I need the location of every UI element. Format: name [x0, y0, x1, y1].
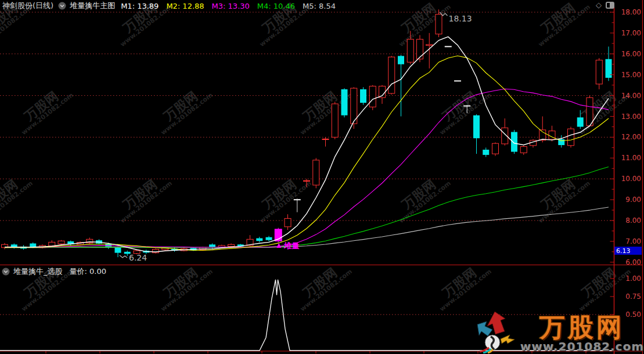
ma-line-m1: [5, 37, 609, 252]
candle: [492, 142, 499, 156]
ma-line-m2: [5, 56, 609, 250]
ma-lines: [5, 37, 609, 252]
svg-text:16.00: 16.00: [621, 50, 641, 58]
axis-labels: 18.0017.0016.0015.0014.0013.0012.0011.00…: [621, 8, 641, 319]
candle: [511, 130, 517, 154]
candle: [341, 88, 348, 117]
ma-line-m3: [5, 89, 609, 247]
svg-text:1.00: 1.00: [625, 274, 641, 283]
ma-value: M3: 13.30: [212, 2, 250, 10]
ma-values: M1: 13.89M2: 12.88M3: 13.30M4: 10.46M5: …: [121, 2, 336, 10]
candle: [398, 55, 404, 117]
candle: [256, 237, 262, 242]
svg-text:9.00: 9.00: [625, 196, 641, 204]
ma-value: M5: 8.54: [303, 2, 336, 10]
logo-arrows-icon: [472, 312, 519, 353]
logo-title: 万股网: [520, 315, 644, 339]
main-chart-canvas[interactable]: 18.0017.0016.0015.0014.0013.0012.0011.00…: [0, 0, 644, 354]
svg-text:14.00: 14.00: [621, 92, 641, 100]
svg-text:12.00: 12.00: [621, 133, 641, 141]
candle: [463, 105, 470, 113]
ma-value: M1: 13.89: [121, 2, 159, 10]
diamond-icon[interactable]: ◇: [596, 1, 602, 9]
topbar-icons: ◇: [596, 1, 614, 9]
axis-frame: [0, 0, 643, 354]
collapse-chevron-icon[interactable]: [2, 268, 10, 276]
svg-text:7.00: 7.00: [625, 237, 641, 245]
candle: [417, 35, 423, 62]
candle: [549, 126, 555, 142]
candle: [577, 110, 584, 129]
svg-text:18.13: 18.13: [449, 14, 472, 23]
svg-text:6.00: 6.00: [625, 258, 641, 266]
svg-text:11.00: 11.00: [621, 154, 641, 162]
svg-text:10.00: 10.00: [621, 175, 641, 183]
candle: [322, 137, 329, 146]
candle: [303, 179, 310, 187]
indicator-title[interactable]: 堆量擒牛主图: [70, 1, 115, 11]
candle: [351, 87, 357, 129]
stock-title: 神剑股份(日线): [2, 1, 53, 11]
candle: [266, 236, 272, 241]
candle: [379, 85, 386, 104]
candle: [360, 87, 366, 105]
ma-value: M2: 12.88: [166, 2, 204, 10]
candle: [520, 146, 527, 155]
candle: [313, 158, 319, 188]
candle: [483, 147, 489, 157]
price-tag: 6.13: [614, 247, 642, 255]
candle: [209, 243, 215, 248]
candles-layer: [2, 9, 612, 257]
logo-url: www.201082.com: [520, 339, 644, 353]
candle: [568, 127, 574, 147]
candle: [539, 117, 546, 143]
candle: [87, 237, 93, 244]
svg-text:6.24: 6.24: [129, 253, 147, 262]
candle: [369, 85, 376, 110]
candle: [67, 240, 74, 245]
candle: [2, 243, 8, 250]
candle: [332, 102, 338, 139]
panel-toggle-icon[interactable]: [606, 2, 614, 9]
candle: [606, 46, 612, 81]
svg-text:17.00: 17.00: [621, 29, 641, 37]
candle: [407, 31, 413, 64]
candle: [473, 114, 480, 154]
candle: [285, 214, 291, 230]
logo-text: 万股网 www.201082.com: [520, 315, 644, 353]
candle: [596, 58, 602, 89]
ma-value: M4: 10.46: [257, 2, 295, 10]
candle: [153, 248, 159, 254]
svg-text:13.00: 13.00: [621, 113, 641, 121]
svg-text:6.13: 6.13: [616, 247, 631, 255]
candle: [530, 139, 537, 147]
svg-text:8.00: 8.00: [625, 216, 641, 225]
svg-text:0.75: 0.75: [625, 292, 641, 301]
lower-indicator-title[interactable]: 堆量擒牛_选股: [13, 266, 63, 277]
lower-indicator-value: 量价: 0.00: [70, 266, 106, 277]
lower-panel-header: 堆量擒牛_选股 量价: 0.00: [0, 266, 611, 277]
candle: [294, 198, 301, 212]
candle: [171, 248, 178, 252]
collapse-chevron-icon[interactable]: [58, 2, 66, 10]
site-logo[interactable]: 万股网 www.201082.com: [472, 312, 644, 353]
trading-terminal: { "header": { "stock_title": "神剑股份(日线)",…: [0, 0, 644, 354]
svg-text:15.00: 15.00: [621, 71, 641, 79]
candle: [388, 56, 395, 94]
svg-text:堆量: 堆量: [283, 241, 299, 250]
header-bar: 神剑股份(日线) 堆量擒牛主图 M1: 13.89M2: 12.88M3: 13…: [0, 0, 644, 12]
